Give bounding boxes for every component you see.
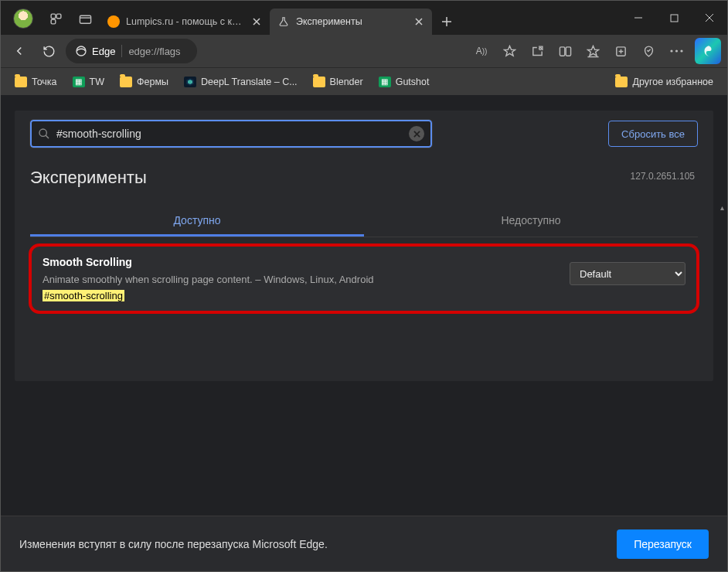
svg-rect-8 [566, 46, 570, 55]
flags-panel: Сбросить все Эксперименты 127.0.2651.105… [15, 111, 713, 381]
flag-title: Smooth Scrolling [43, 256, 557, 268]
minimize-button[interactable] [621, 1, 656, 35]
bookmark-item[interactable]: ▦Gutshot [373, 73, 436, 90]
folder-icon [313, 77, 325, 87]
svg-point-10 [670, 49, 672, 52]
site-favicon [107, 15, 120, 28]
svg-point-12 [680, 49, 682, 52]
sheets-icon: ▦ [73, 77, 85, 87]
window-controls [621, 1, 727, 35]
copilot-button[interactable] [695, 38, 721, 64]
page-title: Эксперименты [15, 154, 713, 191]
folder-icon [15, 77, 27, 87]
flags-search-input[interactable] [56, 128, 403, 140]
bookmark-label: Gutshot [396, 77, 430, 87]
other-bookmarks[interactable]: Другое избранное [609, 73, 719, 90]
browser-toolbar: Edge edge://flags A)) [1, 35, 727, 67]
folder-icon [120, 77, 132, 87]
bookmark-label: Фермы [137, 77, 168, 87]
bookmark-label: TW [90, 77, 104, 87]
bookmark-label: DeepL Translate – C... [201, 77, 298, 87]
search-icon [38, 128, 50, 140]
scrollbar[interactable]: ▴ [718, 203, 726, 509]
sheets-icon: ▦ [379, 77, 391, 87]
version-label: 127.0.2651.105 [631, 171, 695, 182]
close-icon[interactable] [412, 15, 426, 29]
tab-unavailable[interactable]: Недоступно [364, 206, 698, 237]
bookmark-item[interactable]: Точка [9, 73, 63, 90]
bookmark-item[interactable]: Фермы [114, 73, 175, 90]
flags-search-box[interactable] [30, 120, 432, 148]
flags-tabs: Доступно Недоступно [30, 206, 698, 237]
flask-icon [277, 15, 290, 28]
site-label: Edge [92, 46, 115, 57]
read-aloud-icon[interactable]: A)) [469, 39, 494, 63]
svg-point-11 [675, 49, 677, 52]
refresh-button[interactable] [36, 39, 61, 63]
close-icon[interactable] [250, 15, 264, 29]
bookmark-item[interactable]: ▦TW [66, 73, 111, 90]
edge-icon [75, 45, 87, 57]
bookmark-label: Другое избранное [632, 77, 713, 87]
svg-rect-2 [51, 19, 56, 24]
reset-all-button[interactable]: Сбросить все [608, 121, 698, 147]
svg-point-6 [539, 47, 541, 49]
bookmarks-bar: Точка ▦TW Фермы DeepL Translate – C... B… [1, 67, 727, 95]
svg-rect-1 [56, 14, 61, 19]
bookmark-item[interactable]: DeepL Translate – C... [178, 73, 304, 90]
restart-button[interactable]: Перезапуск [617, 529, 709, 559]
bookmark-label: Точка [32, 77, 57, 87]
flag-entry: Smooth Scrolling Animate smoothly when s… [29, 243, 699, 314]
svg-rect-7 [560, 46, 564, 55]
flag-hash: #smooth-scrolling [43, 290, 124, 301]
split-screen-icon[interactable] [553, 39, 577, 63]
workspaces-icon[interactable] [46, 9, 66, 29]
browser-tab-inactive[interactable]: Lumpics.ru - помощь с компьют [100, 9, 270, 35]
folder-icon [615, 77, 628, 87]
deepl-icon [184, 77, 196, 87]
url-text: edge://flags [128, 46, 180, 57]
close-button[interactable] [692, 1, 727, 35]
tab-actions-icon[interactable] [75, 9, 95, 29]
browser-essentials-icon[interactable] [636, 39, 661, 63]
tab-strip: Lumpics.ru - помощь с компьют Эксперимен… [1, 1, 621, 35]
address-bar[interactable]: Edge edge://flags [66, 39, 197, 63]
flag-description: Animate smoothly when scrolling page con… [43, 273, 557, 287]
tab-title: Lumpics.ru - помощь с компьют [126, 16, 243, 27]
svg-rect-4 [671, 15, 678, 22]
scroll-up-icon[interactable]: ▴ [718, 203, 726, 212]
restart-bar: Изменения вступят в силу после перезапус… [1, 516, 727, 571]
svg-point-5 [77, 46, 86, 56]
favorite-icon[interactable] [497, 39, 522, 63]
bookmark-item[interactable]: Blender [307, 73, 369, 90]
restart-message: Изменения вступят в силу после перезапус… [19, 538, 328, 550]
page-content: Сбросить все Эксперименты 127.0.2651.105… [1, 95, 727, 571]
browser-tab-active[interactable]: Эксперименты [270, 9, 432, 35]
profile-avatar[interactable] [13, 9, 33, 29]
new-tab-button[interactable] [435, 10, 458, 33]
flag-state-select[interactable]: Default [570, 262, 685, 285]
svg-point-15 [39, 129, 46, 136]
maximize-button[interactable] [656, 1, 692, 35]
bookmark-label: Blender [330, 77, 363, 87]
tab-title: Эксперименты [296, 16, 406, 27]
tab-available[interactable]: Доступно [30, 206, 364, 237]
extensions-icon[interactable] [525, 39, 549, 63]
svg-rect-0 [51, 14, 56, 19]
back-button[interactable] [7, 39, 32, 63]
clear-icon[interactable] [409, 126, 424, 141]
more-icon[interactable] [664, 39, 689, 63]
separator [121, 45, 122, 57]
site-identity: Edge [75, 45, 115, 57]
collections-icon[interactable] [608, 39, 633, 63]
window-titlebar: Lumpics.ru - помощь с компьют Эксперимен… [1, 1, 727, 35]
favorites-icon[interactable] [580, 39, 605, 63]
svg-rect-3 [80, 15, 90, 23]
